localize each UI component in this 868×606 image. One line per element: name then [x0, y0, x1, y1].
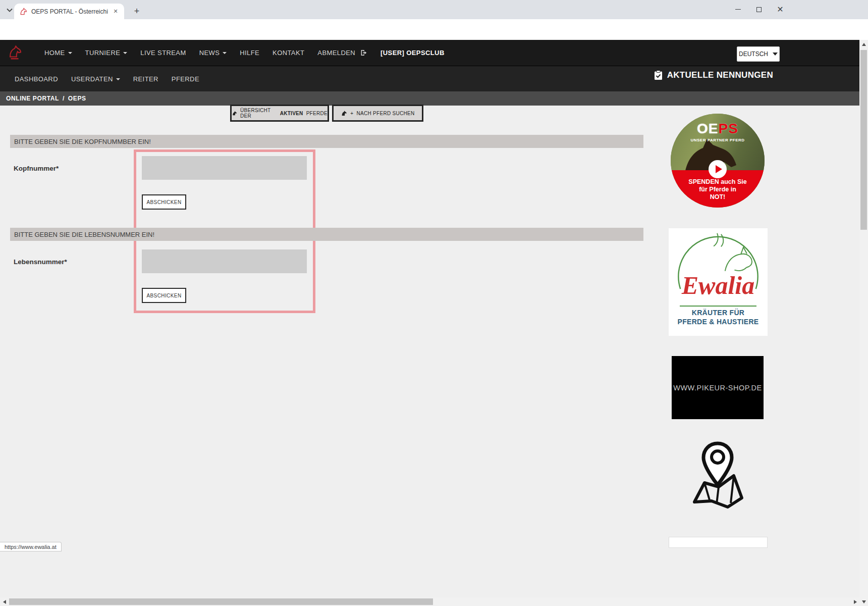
nav-item-home[interactable]: HOME	[44, 49, 72, 57]
oeps-partner-pferd-ad[interactable]: OEPS UNSER PARTNER PFERD SPENDEN auch Si…	[671, 114, 765, 208]
new-tab-button[interactable]: +	[130, 5, 143, 18]
logged-in-user-label: [USER] OEPSCLUB	[381, 49, 445, 57]
scroll-down-arrow[interactable]	[859, 597, 868, 606]
horse-icon	[232, 110, 237, 117]
ewalia-divider	[680, 306, 756, 307]
chevron-down-icon	[123, 52, 127, 54]
section-header-kopfnummer: BITTE GEBEN SIE DIE KOPFNUMMBER EIN!	[10, 135, 643, 148]
subnav-item-reiter[interactable]: REITER	[133, 75, 158, 83]
breadcrumb-current: OEPS	[68, 95, 86, 102]
nav-item-livestream[interactable]: LIVE STREAM	[140, 49, 186, 57]
chevron-down-icon	[116, 78, 120, 80]
subnav-item-dashboard[interactable]: DASHBOARD	[15, 75, 58, 83]
ewalia-ad[interactable]: Ewalia KRÄUTER FÜR PFERDE & HAUSTIERE	[669, 228, 768, 336]
play-icon	[716, 165, 722, 173]
breadcrumb-root[interactable]: ONLINE PORTAL	[6, 95, 59, 102]
subnav-item-pferde[interactable]: PFERDE	[172, 75, 199, 83]
chevron-down-icon	[223, 52, 227, 54]
nav-item-turniere[interactable]: TURNIERE	[85, 49, 128, 57]
oeps-ad-tagline: UNSER PARTNER PFERD	[671, 138, 765, 142]
uebersicht-aktive-pferde-button[interactable]: ÜBERSICHT DER AKTIVEN PFERDE	[230, 105, 329, 122]
lebensnummer-label: Lebensnummer*	[14, 258, 67, 266]
breadcrumb-separator: /	[63, 95, 65, 102]
section-header-lebensnummer: BITTE GEBEN SIE DIE LEBENSNUMMER EIN!	[10, 228, 643, 241]
minimize-icon	[735, 9, 741, 10]
nav-item-hilfe[interactable]: HILFE	[240, 49, 259, 57]
ewalia-brand: Ewalia	[669, 268, 768, 303]
horse-plus-icon	[341, 110, 347, 117]
oeps-logo-icon	[7, 44, 22, 62]
sidebar-next-ad-partial	[669, 537, 768, 548]
window-close-button[interactable]: ✕	[770, 0, 791, 19]
close-icon: ✕	[777, 5, 783, 14]
scroll-up-arrow[interactable]	[859, 40, 868, 48]
pikeur-shop-ad[interactable]: WWW.PIKEUR-SHOP.DE	[672, 356, 764, 419]
abschicken-button-kopfnummer[interactable]: ABSCHICKEN	[142, 194, 186, 210]
clipboard-check-icon	[654, 70, 663, 80]
status-link-bubble: https://www.ewalia.at	[0, 542, 62, 551]
window-minimize-button[interactable]	[727, 0, 748, 19]
language-selector[interactable]: DEUTSCH	[737, 46, 780, 62]
nav-item-news[interactable]: NEWS	[199, 49, 227, 57]
scroll-right-arrow[interactable]	[851, 597, 859, 606]
play-button[interactable]	[709, 160, 727, 178]
nav-item-abmelden[interactable]: ABMELDEN	[317, 49, 367, 57]
browser-tab-strip: OEPS PORTAL - Österreichischer ✕ + ✕	[0, 0, 868, 19]
aktuelle-nennungen-link[interactable]: AKTUELLE NENNUNGEN	[654, 70, 773, 80]
horizontal-scrollbar[interactable]	[0, 597, 859, 606]
vertical-scroll-thumb[interactable]	[860, 50, 867, 230]
tab-title: OEPS PORTAL - Österreichischer	[31, 8, 108, 15]
logout-icon	[360, 49, 367, 56]
scroll-left-arrow[interactable]	[0, 597, 9, 606]
maximize-icon	[756, 7, 762, 12]
nav-item-kontakt[interactable]: KONTAKT	[273, 49, 304, 57]
browser-tab[interactable]: OEPS PORTAL - Österreichischer ✕	[14, 4, 124, 19]
ewalia-tagline-2: PFERDE & HAUSTIERE	[669, 318, 768, 326]
oeps-ad-brand: OEPS	[671, 121, 765, 137]
ad-message: SPENDEN auch Sie für Pferde in NOT!	[671, 178, 765, 201]
ewalia-tagline-1: KRÄUTER FÜR	[669, 309, 768, 317]
abschicken-button-lebensnummer[interactable]: ABSCHICKEN	[142, 288, 186, 303]
chevron-down-icon	[68, 52, 72, 54]
breadcrumb: ONLINE PORTAL / OEPS	[0, 91, 868, 106]
kopfnummer-input[interactable]	[142, 156, 307, 180]
chevron-down-icon	[773, 53, 778, 56]
window-maximize-button[interactable]	[748, 0, 770, 19]
map-location-ad-icon[interactable]	[687, 440, 748, 511]
oeps-favicon-icon	[19, 8, 27, 16]
tab-close-icon[interactable]: ✕	[111, 7, 120, 16]
vertical-scrollbar[interactable]	[859, 40, 868, 606]
horizontal-scroll-thumb[interactable]	[9, 598, 433, 605]
browser-toolbar: ← → ⟳ portal.oeps.at/oeps/set-online/man…	[0, 19, 868, 40]
lebensnummer-input[interactable]	[142, 249, 307, 273]
nach-pferd-suchen-button[interactable]: + NACH PFERD SUCHEN	[332, 105, 423, 122]
chevron-down-icon	[7, 8, 13, 12]
kopfnummer-label: Kopfnummer*	[14, 165, 59, 172]
subnav-item-userdaten[interactable]: USERDATEN	[71, 75, 120, 83]
